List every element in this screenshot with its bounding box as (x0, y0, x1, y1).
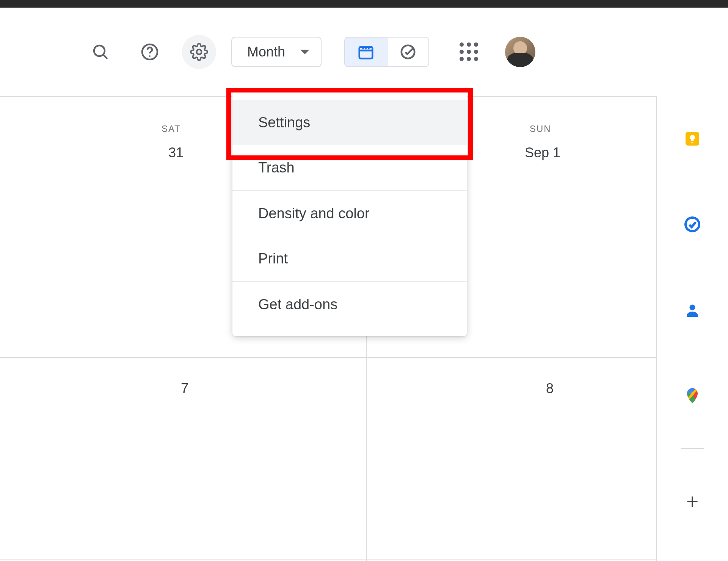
menu-item-get-addons[interactable]: Get add-ons (232, 282, 467, 327)
svg-point-7 (362, 48, 364, 49)
right-side-panel: + (656, 96, 728, 561)
browser-chrome-bar (0, 0, 728, 8)
calendar-icon (357, 43, 375, 61)
help-button[interactable] (133, 35, 167, 69)
app-header: Month (0, 8, 728, 96)
view-selector[interactable]: Month (231, 37, 322, 67)
help-icon (141, 43, 159, 61)
menu-item-print[interactable]: Print (232, 236, 467, 281)
svg-point-10 (402, 45, 415, 59)
row-divider (0, 357, 656, 358)
keep-icon (683, 130, 701, 148)
menu-item-settings[interactable]: Settings (232, 100, 467, 145)
get-addons-button[interactable]: + (682, 490, 703, 512)
keep-app-button[interactable] (682, 128, 703, 149)
search-icon (91, 43, 110, 61)
svg-point-4 (197, 50, 202, 55)
calendar-view-toggle[interactable] (345, 38, 387, 66)
day-header-sat: SAT (162, 124, 181, 134)
row-divider (0, 559, 656, 560)
search-button[interactable] (83, 35, 118, 69)
svg-point-3 (149, 55, 151, 57)
settings-gear-button[interactable] (182, 35, 216, 69)
account-avatar[interactable] (505, 37, 535, 67)
person-icon (683, 301, 701, 319)
side-panel-divider (681, 448, 704, 449)
view-selector-label: Month (247, 44, 285, 60)
settings-dropdown-menu: Settings Trash Density and color Print G… (232, 91, 467, 336)
day-header-sun: SUN (530, 124, 551, 134)
svg-point-14 (689, 304, 695, 310)
svg-point-9 (368, 48, 370, 49)
day-cell-date[interactable]: 7 (181, 381, 188, 396)
maps-app-button[interactable] (682, 385, 703, 406)
maps-pin-icon (683, 387, 701, 405)
chevron-down-icon (300, 50, 309, 54)
contacts-app-button[interactable] (682, 299, 703, 321)
tasks-icon (683, 215, 701, 233)
menu-item-trash[interactable]: Trash (232, 145, 467, 190)
tasks-view-toggle[interactable] (387, 38, 428, 66)
svg-point-0 (94, 45, 105, 56)
day-cell-date[interactable]: 31 (168, 145, 184, 161)
svg-line-1 (104, 55, 107, 59)
checkmark-circle-icon (399, 43, 417, 61)
svg-rect-12 (691, 142, 693, 143)
plus-icon: + (686, 489, 699, 514)
menu-item-density-color[interactable]: Density and color (232, 191, 467, 236)
apps-launcher-button[interactable] (460, 42, 479, 61)
view-toggle-group (344, 37, 429, 67)
gear-icon (190, 43, 208, 61)
day-cell-date[interactable]: 8 (546, 381, 554, 396)
day-cell-date[interactable]: Sep 1 (525, 145, 560, 161)
tasks-app-button[interactable] (682, 214, 703, 235)
svg-point-8 (365, 48, 367, 49)
